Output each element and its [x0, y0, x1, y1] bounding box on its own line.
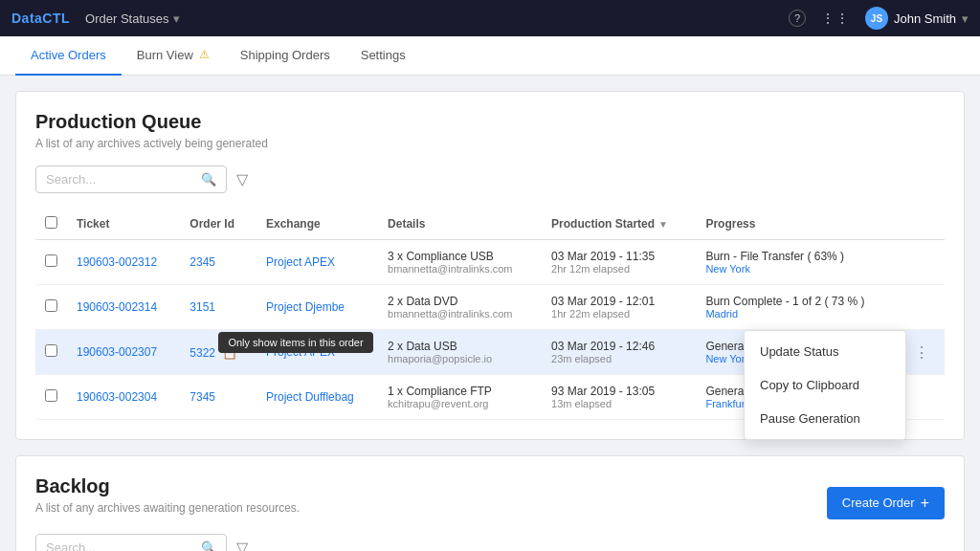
brand-name-data: Data: [11, 11, 42, 26]
row1-order-id: 2345: [180, 240, 256, 285]
row1-started: 03 Mar 2019 - 11:35 2hr 12m elapsed: [542, 240, 696, 285]
tab-burn-view[interactable]: Burn View ⚠: [122, 36, 225, 76]
col-exchange: Exchange: [256, 209, 378, 240]
row3-checkbox[interactable]: [45, 344, 57, 357]
backlog-search-placeholder: Search...: [46, 540, 96, 551]
row4-exchange: Project Dufflebag: [256, 375, 378, 420]
production-queue-title: Production Queue: [35, 111, 945, 133]
brand-name-ctl: CTL: [42, 11, 70, 26]
main-content: Production Queue A list of any archives …: [0, 76, 980, 551]
tab-settings[interactable]: Settings: [345, 36, 421, 76]
nav-icons: ? ⋮⋮: [789, 10, 850, 27]
production-search-row: Search... 🔍 ▽: [35, 165, 945, 193]
top-nav: DataCTL Order Statuses ▾ ? ⋮⋮ JS John Sm…: [0, 0, 980, 36]
create-order-button[interactable]: Create Order +: [827, 487, 945, 519]
col-production-started: Production Started ▼: [542, 209, 696, 240]
production-started-sort[interactable]: Production Started ▼: [551, 217, 686, 231]
col-checkbox: [35, 209, 67, 240]
row1-checkbox-cell: [35, 240, 67, 285]
row1-details: 3 x Compliance USB bmannetta@intralinks.…: [378, 240, 542, 285]
help-icon[interactable]: ?: [789, 10, 806, 27]
row2-checkbox[interactable]: [45, 299, 57, 312]
plus-icon: +: [921, 495, 929, 512]
production-table: Ticket Order Id Exchange Details Product…: [35, 209, 945, 420]
row2-order-id: 3151 Only show items in this order: [180, 285, 256, 330]
row1-progress: Burn - File Transfer ( 63% ) New York: [696, 240, 899, 285]
tab-active-orders[interactable]: Active Orders: [15, 36, 122, 76]
context-pause-generation[interactable]: Pause Generation: [745, 402, 905, 435]
row3-checkbox-cell: [35, 330, 67, 375]
sort-icon: ▼: [658, 219, 668, 230]
row4-details: 1 x Compliance FTP kchitrapu@revent.org: [378, 375, 542, 420]
table-row: 190603-002314 3151 Only show items in th…: [35, 285, 945, 330]
table-row: 190603-002312 2345 Project APEX 3 x Comp…: [35, 240, 945, 285]
row4-checkbox-cell: [35, 375, 67, 420]
user-chevron-icon[interactable]: ▾: [962, 11, 969, 26]
backlog-header: Backlog A list of any archives awaiting …: [35, 475, 945, 530]
brand-logo: DataCTL: [11, 11, 70, 26]
col-progress: Progress: [696, 209, 899, 240]
row2-started: 03 Mar 2019 - 12:01 1hr 22m elapsed: [542, 285, 696, 330]
tab-shipping-orders[interactable]: Shipping Orders: [225, 36, 345, 76]
row2-action: [899, 285, 945, 330]
row2-details: 2 x Data DVD bmannetta@intralinks.com: [378, 285, 542, 330]
nav-title: Order Statuses ▾: [85, 11, 179, 26]
context-menu: Update Status Copy to Clipboard Pause Ge…: [744, 330, 906, 440]
production-queue-section: Production Queue A list of any archives …: [15, 91, 965, 440]
user-name: John Smith: [894, 11, 956, 26]
backlog-title: Backlog: [35, 475, 300, 497]
backlog-search-row: Search... 🔍 ▽: [35, 534, 945, 551]
row3-more-button[interactable]: ⋮: [908, 342, 935, 364]
backlog-section: Backlog A list of any archives awaiting …: [15, 455, 965, 551]
row2-progress: Burn Complete - 1 of 2 ( 73 % ) Madrid: [696, 285, 899, 330]
production-search-box[interactable]: Search... 🔍: [35, 165, 227, 193]
only-show-tooltip: Only show items in this order: [218, 332, 372, 353]
row4-ticket: 190603-002304: [67, 375, 180, 420]
row1-exchange: Project APEX: [256, 240, 378, 285]
row1-checkbox[interactable]: [45, 254, 57, 267]
col-order-id: Order Id: [180, 209, 256, 240]
row3-ticket: 190603-002307: [67, 330, 180, 375]
row3-started: 03 Mar 2019 - 12:46 23m elapsed: [542, 330, 696, 375]
row4-started: 93 Mar 2019 - 13:05 13m elapsed: [542, 375, 696, 420]
production-queue-subtitle: A list of any archives actively being ge…: [35, 137, 945, 150]
row3-details: 2 x Data USB hmaporia@popsicle.io: [378, 330, 542, 375]
row3-action[interactable]: ⋮ Update Status Copy to Clipboard Pause …: [899, 330, 945, 375]
context-update-status[interactable]: Update Status: [745, 335, 905, 368]
grid-icon[interactable]: ⋮⋮: [821, 11, 850, 26]
row2-checkbox-cell: [35, 285, 67, 330]
col-details: Details: [378, 209, 542, 240]
burn-view-warning-icon: ⚠: [199, 48, 210, 61]
backlog-search-icon: 🔍: [201, 540, 216, 551]
backlog-titles: Backlog A list of any archives awaiting …: [35, 475, 300, 530]
row1-action: [899, 240, 945, 285]
row4-checkbox[interactable]: [45, 389, 57, 402]
select-all-checkbox[interactable]: [45, 216, 57, 229]
tabs-bar: Active Orders Burn View ⚠ Shipping Order…: [0, 36, 980, 76]
col-actions: [899, 209, 945, 240]
col-ticket: Ticket: [67, 209, 180, 240]
context-copy-to-clipboard[interactable]: Copy to Clipboard: [745, 368, 905, 402]
avatar: JS: [865, 7, 888, 30]
search-placeholder: Search...: [46, 172, 96, 187]
backlog-search-box[interactable]: Search... 🔍: [35, 534, 227, 551]
backlog-filter-icon[interactable]: ▽: [236, 539, 248, 551]
row4-order-id: 7345: [180, 375, 256, 420]
filter-icon[interactable]: ▽: [236, 170, 248, 188]
backlog-subtitle: A list of any archives awaiting generati…: [35, 501, 300, 515]
row1-ticket: 190603-002312: [67, 240, 180, 285]
row2-exchange: Project Djembe: [256, 285, 378, 330]
search-icon: 🔍: [201, 172, 216, 187]
row2-ticket: 190603-002314: [67, 285, 180, 330]
table-row-highlighted: 190603-002307 5322 📋 Project APEX 2 x Da…: [35, 330, 945, 375]
user-area: JS John Smith ▾: [865, 7, 969, 30]
